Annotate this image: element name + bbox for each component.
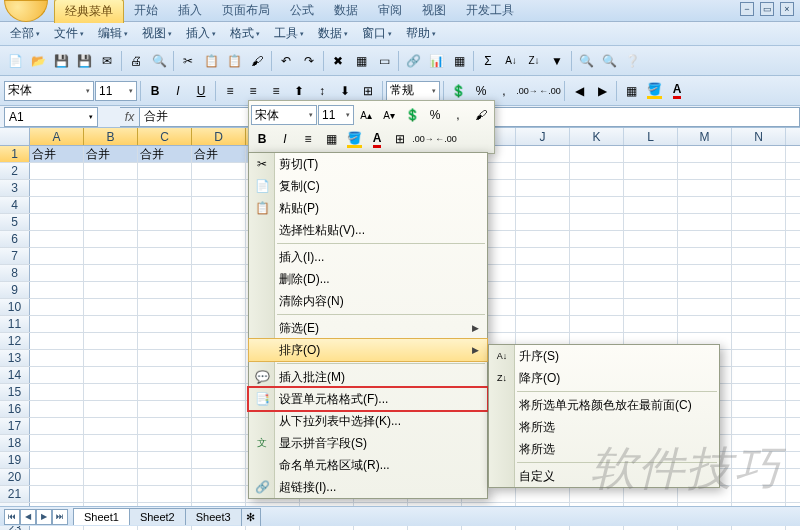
redo-icon[interactable]: ↷ [298,50,320,72]
format-icon[interactable]: ▭ [373,50,395,72]
cell[interactable] [30,197,84,213]
cell[interactable] [516,248,570,264]
sheet-nav-last[interactable]: ⏭ [52,509,68,525]
bold-icon[interactable]: B [144,80,166,102]
cell[interactable] [84,180,138,196]
cell[interactable] [570,180,624,196]
tab-develop[interactable]: 开发工具 [456,0,524,22]
cell[interactable] [30,452,84,468]
cell[interactable] [192,367,246,383]
cell[interactable] [84,282,138,298]
row-header[interactable]: 6 [0,231,30,247]
mini-decdec-icon[interactable]: ←.00 [435,128,457,150]
cell[interactable] [732,163,786,179]
cell[interactable] [84,299,138,315]
cell[interactable] [30,367,84,383]
cell[interactable] [138,248,192,264]
tab-formula[interactable]: 公式 [280,0,324,22]
ctx-insert[interactable]: 插入(I)... [249,246,487,268]
mini-align-center-icon[interactable]: ≡ [297,128,319,150]
cell[interactable] [192,163,246,179]
inc-dec-icon[interactable]: .00→ [516,80,538,102]
row-header[interactable]: 18 [0,435,30,451]
sub-sort-color[interactable]: 将所选单元格颜色放在最前面(C) [489,394,719,416]
ctx-comment[interactable]: 💬插入批注(M) [249,366,487,388]
cell[interactable] [516,197,570,213]
mini-merge-icon[interactable]: ⊞ [389,128,411,150]
cell[interactable] [678,248,732,264]
cell[interactable] [678,231,732,247]
sheet-nav-next[interactable]: ▶ [36,509,52,525]
cell[interactable] [30,333,84,349]
mini-font-combo[interactable]: 宋体▾ [251,105,317,125]
fontcolor-icon[interactable]: A [666,80,688,102]
ctx-name-range[interactable]: 命名单元格区域(R)... [249,454,487,476]
menu-file[interactable]: 文件▾ [48,22,90,45]
copy-icon[interactable]: 📋 [200,50,222,72]
cell[interactable] [570,299,624,315]
comma-icon[interactable]: , [493,80,515,102]
cell[interactable] [138,333,192,349]
cell[interactable] [30,418,84,434]
cell[interactable] [732,265,786,281]
cell[interactable] [30,469,84,485]
ctx-delete[interactable]: 删除(D)... [249,268,487,290]
inc-indent-icon[interactable]: ▶ [591,80,613,102]
cell[interactable] [138,452,192,468]
valign-bot-icon[interactable]: ⬇ [334,80,356,102]
new-icon[interactable]: 📄 [4,50,26,72]
cell[interactable] [84,333,138,349]
row-header[interactable]: 4 [0,197,30,213]
sheet-tab[interactable]: Sheet1 [73,508,130,525]
cell[interactable] [192,265,246,281]
saveas-icon[interactable]: 💾 [73,50,95,72]
ctx-dropdown-list[interactable]: 从下拉列表中选择(K)... [249,410,487,432]
cell[interactable] [138,180,192,196]
cell[interactable] [570,146,624,162]
cell[interactable] [30,486,84,502]
select-all-corner[interactable] [0,128,30,145]
row-header[interactable]: 11 [0,316,30,332]
cell[interactable] [570,231,624,247]
cell[interactable] [516,146,570,162]
col-header[interactable]: J [516,128,570,145]
cell[interactable] [84,214,138,230]
print-icon[interactable]: 🖨 [125,50,147,72]
cell[interactable] [570,163,624,179]
valign-mid-icon[interactable]: ↕ [311,80,333,102]
cell[interactable] [84,384,138,400]
cell[interactable] [732,180,786,196]
cell[interactable] [30,180,84,196]
tab-home[interactable]: 开始 [124,0,168,22]
row-header[interactable]: 12 [0,333,30,349]
cell[interactable] [624,265,678,281]
mini-shrink-font-icon[interactable]: A▾ [378,104,400,126]
restore-btn[interactable]: ▭ [760,2,774,16]
paste-icon[interactable]: 📋 [223,50,245,72]
align-right-icon[interactable]: ≡ [265,80,287,102]
cell[interactable] [192,248,246,264]
cell[interactable] [678,197,732,213]
cell[interactable] [192,231,246,247]
col-header[interactable]: M [678,128,732,145]
ctx-paste-special[interactable]: 选择性粘贴(V)... [249,219,487,241]
tab-data[interactable]: 数据 [324,0,368,22]
row-header[interactable]: 16 [0,401,30,417]
tab-view[interactable]: 视图 [412,0,456,22]
cell[interactable] [138,486,192,502]
cell[interactable] [678,316,732,332]
cell[interactable] [732,333,786,349]
open-icon[interactable]: 📂 [27,50,49,72]
cell[interactable] [192,435,246,451]
sheet-nav-prev[interactable]: ◀ [20,509,36,525]
cell[interactable] [732,418,786,434]
cell[interactable] [192,282,246,298]
cell[interactable] [516,180,570,196]
cell[interactable] [678,146,732,162]
cell[interactable] [624,146,678,162]
cell[interactable] [624,180,678,196]
cell[interactable] [624,299,678,315]
cell[interactable] [516,299,570,315]
cell[interactable] [30,248,84,264]
col-header[interactable]: C [138,128,192,145]
